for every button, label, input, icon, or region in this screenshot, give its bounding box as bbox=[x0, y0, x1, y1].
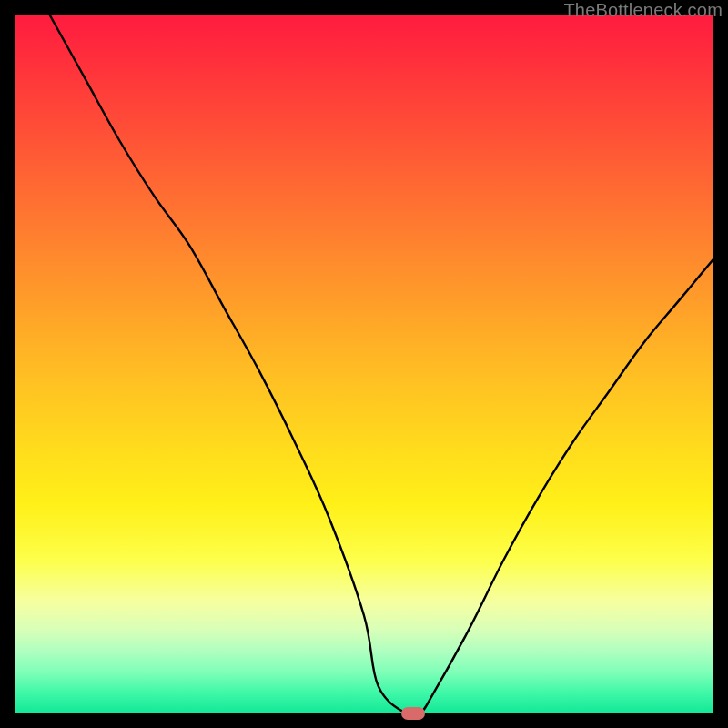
optimal-point-marker bbox=[401, 707, 425, 720]
chart-frame: TheBottleneck.com bbox=[0, 0, 728, 728]
chart-plot-area bbox=[15, 15, 713, 713]
bottleneck-curve bbox=[15, 15, 713, 713]
watermark-text: TheBottleneck.com bbox=[563, 0, 723, 21]
